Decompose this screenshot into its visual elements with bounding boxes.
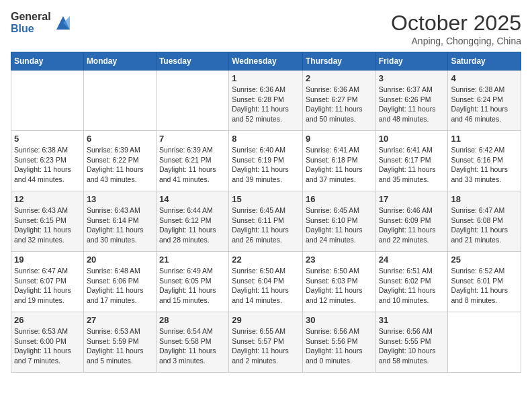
day-number: 12 xyxy=(14,194,81,204)
header-cell-saturday: Saturday xyxy=(448,52,521,71)
day-number: 18 xyxy=(451,194,518,204)
day-cell: 16Sunrise: 6:45 AM Sunset: 6:10 PM Dayli… xyxy=(302,191,375,252)
calendar-table: SundayMondayTuesdayWednesdayThursdayFrid… xyxy=(11,52,521,373)
day-number: 20 xyxy=(87,255,153,265)
day-number: 19 xyxy=(14,255,81,265)
day-cell: 31Sunrise: 6:56 AM Sunset: 5:55 PM Dayli… xyxy=(375,312,448,373)
day-cell: 29Sunrise: 6:55 AM Sunset: 5:57 PM Dayli… xyxy=(229,312,303,373)
day-number: 28 xyxy=(159,315,226,325)
day-info: Sunrise: 6:42 AM Sunset: 6:16 PM Dayligh… xyxy=(451,145,518,185)
day-info: Sunrise: 6:38 AM Sunset: 6:23 PM Dayligh… xyxy=(14,145,81,185)
day-info: Sunrise: 6:49 AM Sunset: 6:05 PM Dayligh… xyxy=(159,266,226,306)
day-number: 24 xyxy=(379,255,445,265)
day-info: Sunrise: 6:54 AM Sunset: 5:58 PM Dayligh… xyxy=(159,326,226,366)
day-info: Sunrise: 6:47 AM Sunset: 6:07 PM Dayligh… xyxy=(14,266,81,306)
day-cell: 9Sunrise: 6:41 AM Sunset: 6:18 PM Daylig… xyxy=(302,131,375,191)
day-number: 23 xyxy=(306,255,373,265)
day-info: Sunrise: 6:38 AM Sunset: 6:24 PM Dayligh… xyxy=(451,85,518,124)
day-number: 6 xyxy=(87,134,153,144)
day-cell: 18Sunrise: 6:47 AM Sunset: 6:08 PM Dayli… xyxy=(448,191,521,252)
day-number: 9 xyxy=(306,134,373,144)
title-section: October 2025 Anping, Chongqing, China xyxy=(391,11,521,46)
day-number: 25 xyxy=(451,255,518,265)
day-number: 10 xyxy=(379,134,445,144)
week-row-4: 26Sunrise: 6:53 AM Sunset: 6:00 PM Dayli… xyxy=(11,312,521,373)
day-number: 29 xyxy=(232,315,300,325)
day-cell xyxy=(11,71,84,131)
day-cell: 22Sunrise: 6:50 AM Sunset: 6:04 PM Dayli… xyxy=(229,252,303,312)
day-number: 16 xyxy=(306,194,373,204)
day-info: Sunrise: 6:44 AM Sunset: 6:12 PM Dayligh… xyxy=(159,205,226,245)
calendar-body: 1Sunrise: 6:36 AM Sunset: 6:28 PM Daylig… xyxy=(11,71,521,373)
day-number: 14 xyxy=(159,194,226,204)
day-number: 8 xyxy=(232,134,300,144)
day-info: Sunrise: 6:46 AM Sunset: 6:09 PM Dayligh… xyxy=(379,205,445,245)
day-cell xyxy=(448,312,521,373)
day-info: Sunrise: 6:41 AM Sunset: 6:18 PM Dayligh… xyxy=(306,145,373,185)
day-cell: 27Sunrise: 6:53 AM Sunset: 5:59 PM Dayli… xyxy=(83,312,156,373)
page-header: General Blue October 2025 Anping, Chongq… xyxy=(11,11,521,46)
day-number: 2 xyxy=(306,73,373,83)
day-number: 4 xyxy=(451,73,518,83)
day-cell: 24Sunrise: 6:51 AM Sunset: 6:02 PM Dayli… xyxy=(375,252,448,312)
day-cell: 26Sunrise: 6:53 AM Sunset: 6:00 PM Dayli… xyxy=(11,312,84,373)
day-cell: 19Sunrise: 6:47 AM Sunset: 6:07 PM Dayli… xyxy=(11,252,84,312)
day-info: Sunrise: 6:47 AM Sunset: 6:08 PM Dayligh… xyxy=(451,205,518,245)
day-info: Sunrise: 6:40 AM Sunset: 6:19 PM Dayligh… xyxy=(232,145,300,185)
calendar-header: SundayMondayTuesdayWednesdayThursdayFrid… xyxy=(11,52,521,71)
day-info: Sunrise: 6:36 AM Sunset: 6:28 PM Dayligh… xyxy=(232,85,300,124)
day-cell: 30Sunrise: 6:56 AM Sunset: 5:56 PM Dayli… xyxy=(302,312,375,373)
day-info: Sunrise: 6:43 AM Sunset: 6:15 PM Dayligh… xyxy=(14,205,81,245)
logo-icon xyxy=(54,13,73,32)
week-row-2: 12Sunrise: 6:43 AM Sunset: 6:15 PM Dayli… xyxy=(11,191,521,252)
day-cell: 14Sunrise: 6:44 AM Sunset: 6:12 PM Dayli… xyxy=(156,191,228,252)
day-number: 7 xyxy=(159,134,226,144)
header-cell-tuesday: Tuesday xyxy=(156,52,228,71)
day-number: 27 xyxy=(87,315,153,325)
day-number: 11 xyxy=(451,134,518,144)
logo-blue: Blue xyxy=(11,23,51,35)
header-cell-friday: Friday xyxy=(375,52,448,71)
day-info: Sunrise: 6:37 AM Sunset: 6:26 PM Dayligh… xyxy=(379,85,445,124)
day-cell: 5Sunrise: 6:38 AM Sunset: 6:23 PM Daylig… xyxy=(11,131,84,191)
day-number: 5 xyxy=(14,134,81,144)
day-cell: 6Sunrise: 6:39 AM Sunset: 6:22 PM Daylig… xyxy=(83,131,156,191)
day-cell: 13Sunrise: 6:43 AM Sunset: 6:14 PM Dayli… xyxy=(83,191,156,252)
day-info: Sunrise: 6:52 AM Sunset: 6:01 PM Dayligh… xyxy=(451,266,518,306)
day-info: Sunrise: 6:41 AM Sunset: 6:17 PM Dayligh… xyxy=(379,145,445,185)
day-cell: 20Sunrise: 6:48 AM Sunset: 6:06 PM Dayli… xyxy=(83,252,156,312)
day-cell: 17Sunrise: 6:46 AM Sunset: 6:09 PM Dayli… xyxy=(375,191,448,252)
week-row-1: 5Sunrise: 6:38 AM Sunset: 6:23 PM Daylig… xyxy=(11,131,521,191)
day-cell: 3Sunrise: 6:37 AM Sunset: 6:26 PM Daylig… xyxy=(375,71,448,131)
day-info: Sunrise: 6:56 AM Sunset: 5:56 PM Dayligh… xyxy=(306,326,373,366)
day-info: Sunrise: 6:50 AM Sunset: 6:04 PM Dayligh… xyxy=(232,266,300,306)
header-cell-wednesday: Wednesday xyxy=(229,52,303,71)
day-cell: 2Sunrise: 6:36 AM Sunset: 6:27 PM Daylig… xyxy=(302,71,375,131)
day-number: 31 xyxy=(379,315,445,325)
day-cell: 4Sunrise: 6:38 AM Sunset: 6:24 PM Daylig… xyxy=(448,71,521,131)
day-number: 21 xyxy=(159,255,226,265)
day-cell: 23Sunrise: 6:50 AM Sunset: 6:03 PM Dayli… xyxy=(302,252,375,312)
day-number: 1 xyxy=(232,73,300,83)
logo-general: General xyxy=(11,11,51,23)
header-cell-thursday: Thursday xyxy=(302,52,375,71)
day-number: 15 xyxy=(232,194,300,204)
day-number: 22 xyxy=(232,255,300,265)
day-info: Sunrise: 6:50 AM Sunset: 6:03 PM Dayligh… xyxy=(306,266,373,306)
day-number: 3 xyxy=(379,73,445,83)
day-cell: 1Sunrise: 6:36 AM Sunset: 6:28 PM Daylig… xyxy=(229,71,303,131)
day-number: 13 xyxy=(87,194,153,204)
location: Anping, Chongqing, China xyxy=(391,36,521,46)
day-info: Sunrise: 6:36 AM Sunset: 6:27 PM Dayligh… xyxy=(306,85,373,124)
week-row-3: 19Sunrise: 6:47 AM Sunset: 6:07 PM Dayli… xyxy=(11,252,521,312)
day-info: Sunrise: 6:55 AM Sunset: 5:57 PM Dayligh… xyxy=(232,326,300,366)
day-number: 17 xyxy=(379,194,445,204)
day-cell: 8Sunrise: 6:40 AM Sunset: 6:19 PM Daylig… xyxy=(229,131,303,191)
header-cell-sunday: Sunday xyxy=(11,52,84,71)
day-cell: 11Sunrise: 6:42 AM Sunset: 6:16 PM Dayli… xyxy=(448,131,521,191)
day-cell xyxy=(83,71,156,131)
day-cell: 12Sunrise: 6:43 AM Sunset: 6:15 PM Dayli… xyxy=(11,191,84,252)
day-cell: 28Sunrise: 6:54 AM Sunset: 5:58 PM Dayli… xyxy=(156,312,228,373)
week-row-0: 1Sunrise: 6:36 AM Sunset: 6:28 PM Daylig… xyxy=(11,71,521,131)
logo: General Blue xyxy=(11,11,73,34)
